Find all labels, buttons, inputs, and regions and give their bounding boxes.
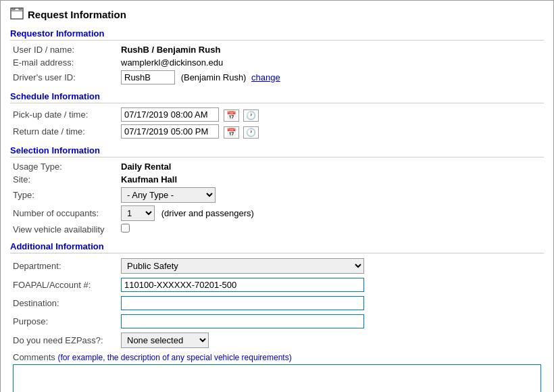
page-title: Request Information: [10, 7, 544, 22]
foapal-cell: [118, 276, 544, 294]
return-cell: 📅 🕐: [118, 123, 544, 140]
view-avail-checkbox[interactable]: [121, 224, 130, 232]
comments-row: Comments (for example, the description o…: [10, 350, 544, 392]
return-clock-icon[interactable]: 🕐: [243, 126, 259, 139]
site-value: Kaufman Hall: [118, 173, 544, 186]
destination-input[interactable]: [121, 296, 364, 310]
view-avail-cell: [118, 222, 544, 236]
page-title-icon: [10, 7, 24, 22]
pickup-label: Pick-up date / time:: [10, 106, 118, 123]
driver-row: Driver's user ID: (Benjamin Rush) change: [10, 69, 544, 86]
usage-type-value: Daily Rental: [118, 160, 544, 173]
ezpass-row: Do you need EZPass?: None selected: [10, 330, 544, 350]
pickup-row: Pick-up date / time: 📅 🕐: [10, 106, 544, 123]
purpose-input[interactable]: [121, 314, 364, 328]
view-avail-row: View vehicle availability: [10, 222, 544, 236]
driver-label: Driver's user ID:: [10, 69, 118, 86]
destination-label: Destination:: [10, 294, 118, 312]
svg-rect-2: [12, 7, 15, 9]
email-label: E-mail address:: [10, 56, 118, 69]
additional-section-header: Additional Information: [10, 241, 544, 253]
comments-hint: (for example, the description of any spe…: [57, 353, 291, 362]
email-row: E-mail address: wamplerkl@dickinson.edu: [10, 56, 544, 69]
dept-cell: Public Safety: [118, 256, 544, 276]
ezpass-label: Do you need EZPass?:: [10, 330, 118, 350]
comments-textarea[interactable]: [13, 364, 541, 392]
user-id-label: User ID / name:: [10, 43, 118, 56]
type-row: Type: - Any Type -: [10, 186, 544, 204]
type-cell: - Any Type -: [118, 186, 544, 204]
dept-label: Department:: [10, 256, 118, 276]
destination-cell: [118, 294, 544, 312]
occupants-note: (driver and passengers): [161, 208, 254, 218]
requestor-section-header: Requestor Information: [10, 28, 544, 41]
change-link[interactable]: change: [251, 72, 280, 82]
schedule-section-header: Schedule Information: [10, 91, 544, 103]
driver-cell: (Benjamin Rush) change: [118, 69, 544, 86]
dept-select[interactable]: Public Safety: [121, 258, 364, 274]
type-label: Type:: [10, 186, 118, 204]
destination-row: Destination:: [10, 294, 544, 312]
occupants-row: Number of occupants: 1 (driver and passe…: [10, 204, 544, 222]
driver-extra: (Benjamin Rush): [181, 72, 247, 82]
return-label: Return date / time:: [10, 123, 118, 140]
page-heading: Request Information: [28, 9, 126, 20]
occupants-select[interactable]: 1: [121, 205, 155, 221]
purpose-row: Purpose:: [10, 312, 544, 330]
selection-section-header: Selection Information: [10, 145, 544, 157]
view-avail-label: View vehicle availability: [10, 222, 118, 236]
occupants-label: Number of occupants:: [10, 204, 118, 222]
occupants-cell: 1 (driver and passengers): [118, 204, 544, 222]
ezpass-cell: None selected: [118, 330, 544, 350]
email-value: wamplerkl@dickinson.edu: [118, 56, 544, 69]
foapal-label: FOAPAL/Account #:: [10, 276, 118, 294]
comments-cell: Comments (for example, the description o…: [10, 350, 544, 392]
site-label: Site:: [10, 173, 118, 186]
foapal-row: FOAPAL/Account #:: [10, 276, 544, 294]
svg-rect-3: [19, 7, 22, 9]
site-row: Site: Kaufman Hall: [10, 173, 544, 186]
foapal-input[interactable]: [121, 278, 364, 292]
schedule-table: Pick-up date / time: 📅 🕐 Return date / t…: [10, 106, 544, 140]
selection-table: Usage Type: Daily Rental Site: Kaufman H…: [10, 160, 544, 236]
pickup-clock-icon[interactable]: 🕐: [243, 109, 259, 122]
purpose-label: Purpose:: [10, 312, 118, 330]
ezpass-select[interactable]: None selected: [121, 333, 209, 348]
return-row: Return date / time: 📅 🕐: [10, 123, 544, 140]
pickup-cell: 📅 🕐: [118, 106, 544, 123]
additional-table: Department: Public Safety FOAPAL/Account…: [10, 256, 544, 392]
user-id-row: User ID / name: RushB / Benjamin Rush: [10, 43, 544, 56]
dept-row: Department: Public Safety: [10, 256, 544, 276]
pickup-calendar-icon[interactable]: 📅: [224, 109, 239, 122]
driver-input[interactable]: [121, 70, 175, 84]
usage-type-label: Usage Type:: [10, 160, 118, 173]
requestor-table: User ID / name: RushB / Benjamin Rush E-…: [10, 43, 544, 86]
usage-type-row: Usage Type: Daily Rental: [10, 160, 544, 173]
user-id-value: RushB / Benjamin Rush: [118, 43, 544, 56]
purpose-cell: [118, 312, 544, 330]
comments-label: Comments (for example, the description o…: [13, 352, 292, 362]
return-datetime-input[interactable]: [121, 124, 219, 139]
type-select[interactable]: - Any Type -: [121, 187, 216, 203]
pickup-datetime-input[interactable]: [121, 107, 219, 122]
return-calendar-icon[interactable]: 📅: [224, 126, 239, 139]
page-container: Request Information Requestor Informatio…: [0, 0, 554, 392]
